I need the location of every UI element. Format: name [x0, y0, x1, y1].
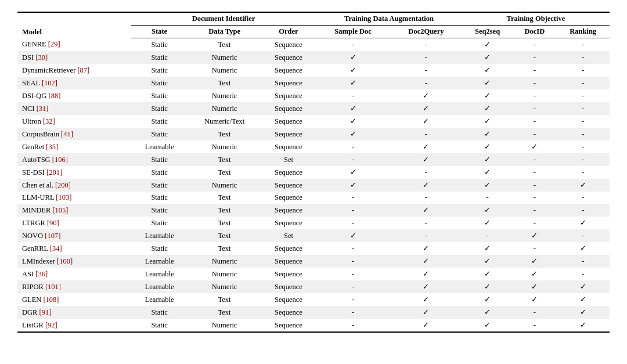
order-cell: Sequence	[261, 77, 316, 89]
table-row: RIPOR [101]LearnableNumericSequence-✓✓✓✓	[17, 280, 610, 293]
main-table: Model Document Identifier Training Data …	[17, 12, 610, 333]
state-cell: Static	[131, 64, 188, 77]
seq2seq-cell: ✓	[462, 38, 513, 52]
docid-cell: ✓	[513, 229, 556, 242]
model-cell: LLM-URL [103]	[17, 192, 131, 204]
dtype-cell: Text	[188, 77, 261, 89]
order-cell: Sequence	[261, 255, 316, 268]
sample-cell: -	[316, 306, 390, 319]
doc2query-cell: -	[390, 192, 462, 204]
model-cell: SE-DSI [201]	[17, 166, 131, 179]
table-row: NOVO [107]LearnableTextSet✓--✓-	[17, 229, 610, 242]
model-ref: [90]	[47, 219, 59, 227]
sample-cell: -	[316, 204, 390, 217]
model-ref: [102]	[42, 79, 57, 87]
order-cell: Sequence	[261, 268, 316, 280]
ranking-cell: -	[556, 255, 610, 268]
model-ref: [108]	[43, 295, 59, 304]
docid-cell: -	[513, 38, 556, 52]
training-data-header: Training Data Augmentation	[316, 12, 462, 26]
model-cell: DSI-QG [88]	[17, 89, 131, 102]
model-cell: MINDER [105]	[17, 204, 131, 217]
doc-identifier-header: Document Identifier	[131, 12, 316, 26]
dtype-cell: Numeric	[188, 140, 261, 153]
dtype-cell: Numeric	[188, 179, 261, 192]
model-cell: GenRRL [34]	[17, 242, 131, 255]
sample-doc-col-header: Sample Doc	[316, 26, 390, 38]
model-ref: [107]	[45, 232, 60, 240]
docid-cell: -	[513, 128, 556, 140]
data-type-col-header: Data Type	[188, 26, 261, 38]
ranking-cell: ✓	[556, 319, 610, 332]
state-cell: Static	[131, 217, 188, 229]
sample-cell: -	[316, 140, 390, 153]
model-ref: [200]	[55, 181, 71, 189]
order-cell: Sequence	[261, 89, 316, 102]
state-cell: Learnable	[131, 255, 188, 268]
dtype-cell: Text	[188, 293, 261, 306]
dtype-cell: Text	[188, 242, 261, 255]
ranking-col-header: Ranking	[556, 26, 610, 38]
model-cell: DGR [91]	[17, 306, 131, 319]
sample-cell: -	[316, 255, 390, 268]
sample-cell: ✓	[316, 51, 390, 64]
seq2seq-cell: -	[462, 192, 513, 204]
model-ref: [92]	[45, 321, 57, 329]
state-cell: Static	[131, 319, 188, 332]
table-row: LTRGR [90]StaticTextSequence--✓-✓	[17, 217, 610, 229]
ranking-cell: -	[556, 77, 610, 89]
model-cell: ListGR [92]	[17, 319, 131, 332]
sample-cell: ✓	[316, 179, 390, 192]
table-row: AutoTSG [106]StaticTextSet-✓✓--	[17, 153, 610, 166]
table-row: Ultron [32]StaticNumeric/TextSequence✓✓✓…	[17, 115, 610, 128]
seq2seq-col-header: Seq2seq	[462, 26, 513, 38]
docid-cell: -	[513, 217, 556, 229]
sample-cell: ✓	[316, 102, 390, 115]
sample-cell: ✓	[316, 166, 390, 179]
docid-cell: -	[513, 102, 556, 115]
docid-cell: -	[513, 306, 556, 319]
dtype-cell: Text	[188, 192, 261, 204]
order-col-header: Order	[261, 26, 316, 38]
model-cell: CorpusBrain [41]	[17, 128, 131, 140]
order-cell: Sequence	[261, 102, 316, 115]
table-row: NCI [31]StaticNumericSequence✓✓✓--	[17, 102, 610, 115]
state-cell: Learnable	[131, 268, 188, 280]
docid-col-header: DocID	[513, 26, 556, 38]
docid-cell: -	[513, 89, 556, 102]
ranking-cell: ✓	[556, 242, 610, 255]
table-row: DynamicRetriever [87]StaticNumericSequen…	[17, 64, 610, 77]
docid-cell: -	[513, 77, 556, 89]
order-cell: Sequence	[261, 128, 316, 140]
sample-cell: ✓	[316, 128, 390, 140]
seq2seq-cell: -	[462, 229, 513, 242]
dtype-cell: Numeric	[188, 89, 261, 102]
dtype-cell: Numeric	[188, 319, 261, 332]
state-cell: Static	[131, 89, 188, 102]
doc2query-cell: -	[390, 229, 462, 242]
dtype-cell: Text	[188, 153, 261, 166]
dtype-cell: Text	[188, 128, 261, 140]
ranking-cell: -	[556, 115, 610, 128]
table-row: DSI-QG [88]StaticNumericSequence-✓✓--	[17, 89, 610, 102]
sample-cell: -	[316, 293, 390, 306]
doc2query-cell: ✓	[390, 306, 462, 319]
model-ref: [91]	[39, 308, 52, 316]
doc2query-cell: -	[390, 64, 462, 77]
seq2seq-cell: ✓	[462, 179, 513, 192]
docid-cell: -	[513, 64, 556, 77]
sample-cell: ✓	[316, 115, 390, 128]
ranking-cell: -	[556, 140, 610, 153]
docid-cell: -	[513, 115, 556, 128]
ranking-cell: -	[556, 51, 610, 64]
order-cell: Sequence	[261, 242, 316, 255]
seq2seq-cell: ✓	[462, 64, 513, 77]
doc2query-cell: ✓	[390, 280, 462, 293]
state-cell: Static	[131, 128, 188, 140]
state-cell: Static	[131, 166, 188, 179]
doc2query-cell: ✓	[390, 115, 462, 128]
state-cell: Static	[131, 102, 188, 115]
ranking-cell: ✓	[556, 217, 610, 229]
model-cell: DynamicRetriever [87]	[17, 64, 131, 77]
ranking-cell: -	[556, 64, 610, 77]
